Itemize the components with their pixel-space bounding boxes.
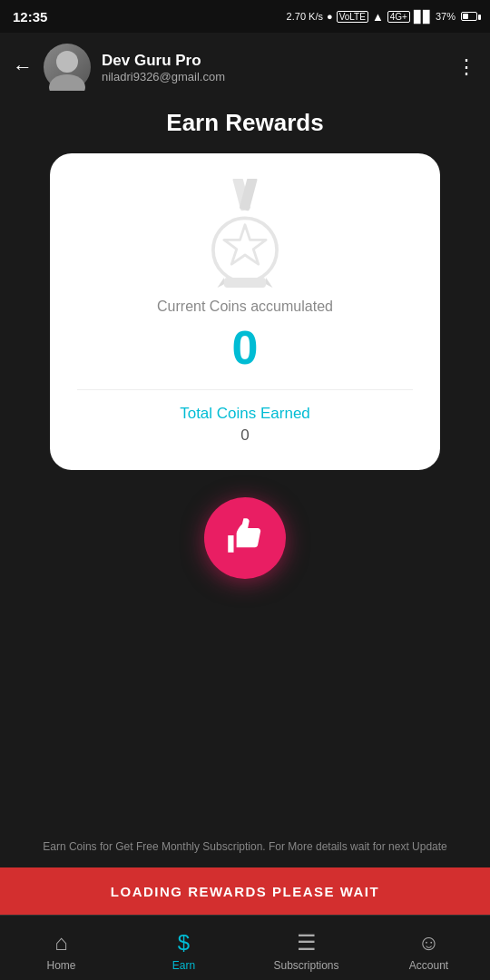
subscriptions-icon: ☰ [297,930,317,956]
footer-info: Earn Coins for Get Free Monthly Subscrip… [0,840,490,853]
page-title: Earn Rewards [0,109,490,137]
nav-home[interactable]: ⌂ Home [0,925,122,972]
medal-icon [195,179,295,288]
reward-card: Current Coins accumulated 0 Total Coins … [50,153,440,470]
coins-value: 0 [232,320,259,375]
header: ← Dev Guru Pro niladri9326@gmail.com ⋮ [0,33,490,102]
home-icon: ⌂ [54,930,68,956]
nav-subscriptions[interactable]: ☰ Subscriptions [245,925,368,972]
speed-indicator: 2.70 K/s [287,11,323,22]
network-icon: ● [327,11,333,22]
nav-account-label: Account [409,959,448,972]
battery-percent: 37% [436,11,456,22]
divider [77,389,413,390]
account-icon: ☺ [417,930,440,956]
signal-icon: ▲ [372,10,384,24]
nav-subscriptions-label: Subscriptions [273,959,338,972]
status-bar: 12:35 2.70 K/s ● VoLTE ▲ 4G+ ▊▊ 37% [0,0,490,33]
avatar [44,44,91,91]
total-coins-label: Total Coins Earned [180,405,310,423]
svg-rect-7 [224,278,266,288]
svg-point-1 [49,74,85,91]
header-left: ← Dev Guru Pro niladri9326@gmail.com [13,44,225,91]
nav-earn-label: Earn [172,959,195,972]
user-info: Dev Guru Pro niladri9326@gmail.com [102,52,225,83]
nav-home-label: Home [46,959,75,972]
status-time: 12:35 [13,9,47,24]
thumbs-up-button[interactable] [204,497,286,579]
coins-label: Current Coins accumulated [157,299,333,315]
user-email: niladri9326@gmail.com [102,70,225,83]
nav-account[interactable]: ☺ Account [368,925,490,972]
footer-text: Earn Coins for Get Free Monthly Subscrip… [43,840,447,853]
status-icons: 2.70 K/s ● VoLTE ▲ 4G+ ▊▊ 37% [287,10,477,24]
4g-badge: 4G+ [387,11,410,23]
bottom-nav: ⌂ Home $ Earn ☰ Subscriptions ☺ Account [0,915,490,980]
thumbs-up-icon [222,515,268,561]
svg-marker-8 [218,278,224,288]
loading-bar: LOADING REWARDS PLEASE WAIT [0,867,490,915]
loading-text: LOADING REWARDS PLEASE WAIT [111,884,379,899]
volte-badge: VoLTE [337,11,368,23]
total-coins-value: 0 [240,426,249,445]
earn-icon: $ [178,930,190,956]
svg-point-0 [56,51,78,73]
user-name: Dev Guru Pro [102,52,225,70]
more-button[interactable]: ⋮ [456,55,477,79]
battery-icon [461,12,477,21]
svg-marker-6 [224,225,266,264]
signal-bars: ▊▊ [414,10,432,24]
svg-marker-9 [266,278,272,288]
back-button[interactable]: ← [13,55,33,79]
nav-earn[interactable]: $ Earn [122,925,245,972]
